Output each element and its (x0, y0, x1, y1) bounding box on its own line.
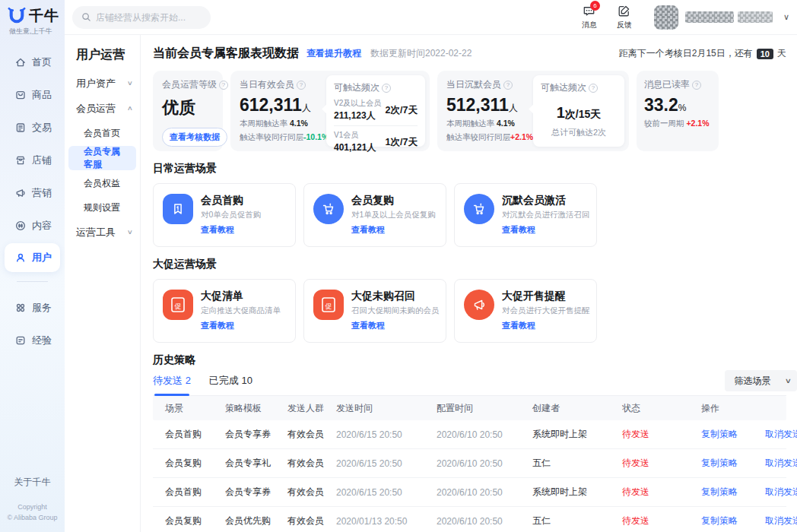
help-icon[interactable] (297, 81, 306, 90)
copy-strategy-link[interactable]: 复制策略 (701, 515, 738, 527)
cancel-send-link[interactable]: 取消发送 (765, 428, 797, 441)
sidebar-item-member-benefits[interactable]: 会员权益 (65, 171, 140, 195)
rail-item-users[interactable]: 用户 (5, 243, 60, 272)
copy-strategy-link[interactable]: 复制策略 (701, 486, 738, 499)
tab-pending[interactable]: 待发送 2 (153, 374, 191, 395)
card-silent-members: 当日沉默会员 512,311人 本周期触达率 4.1% 触达率较同行同层+2.1… (437, 71, 629, 151)
freq-row-v1: V1会员 401,121人 1次/7天 (334, 125, 418, 157)
rail-item-shop[interactable]: 店铺 (0, 144, 65, 176)
rail-item-products[interactable]: 商品 (0, 78, 65, 111)
user-shop-redacted (738, 11, 773, 23)
rail-item-content[interactable]: 内容 (0, 209, 65, 242)
sidebar-item-member-home[interactable]: 会员首页 (65, 121, 140, 145)
cell-scene: 会员首购 (153, 428, 225, 441)
table-header-row: 场景 策略模板 发送人群 发送时间 配置时间 创建者 状态 操作 (153, 396, 786, 420)
search-box[interactable] (72, 6, 211, 29)
app-window: 千牛 做生意,上千牛 首页 商品 交易 店铺 营销 (0, 0, 797, 532)
cell-config-time: 2020/6/10 20:50 (437, 458, 532, 469)
tutorial-link[interactable]: 查看提升教程 (306, 47, 361, 60)
cancel-send-link[interactable]: 取消发送 (765, 515, 797, 527)
operation-level-value: 优质 (162, 97, 214, 119)
sidebar-item-operation-tools[interactable]: 运营工具 ∨ (65, 220, 140, 245)
scene-desc: 对0单会员促首购 (201, 210, 261, 220)
about-link[interactable]: 关于千牛 (0, 476, 65, 489)
messages-button[interactable]: 6 消息 (572, 4, 607, 30)
scene-filter-select[interactable]: 筛选场景 ∨ (725, 370, 797, 391)
bookmark-1-icon (163, 194, 193, 224)
services-grid-icon (14, 302, 27, 314)
home-icon (14, 56, 27, 68)
cell-audience: 有效会员 (287, 515, 336, 527)
primary-sidebar: 千牛 做生意,上千牛 首页 商品 交易 店铺 营销 (0, 0, 65, 532)
status-badge: 待发送 (622, 457, 701, 470)
app-logo[interactable]: 千牛 做生意,上千牛 (0, 6, 65, 36)
view-tutorial-link[interactable]: 查看教程 (502, 224, 590, 236)
scene-card-promo-recall[interactable]: 促 大促未购召回 召回大促期间未购的会员 查看教程 (303, 279, 446, 343)
sidebar-item-label: 运营工具 (76, 226, 116, 239)
view-assessment-data-button[interactable]: 查看考核数据 (162, 128, 227, 147)
cell-template: 会员优先购 (225, 515, 287, 527)
copy-strategy-link[interactable]: 复制策略 (701, 428, 738, 441)
help-icon[interactable] (589, 84, 598, 93)
rail-item-trade[interactable]: 交易 (0, 111, 65, 144)
help-icon[interactable] (219, 81, 228, 90)
read-rate-value: 33.2% (644, 95, 711, 116)
rail-nav: 首页 商品 交易 店铺 营销 内容 (0, 46, 65, 356)
chevron-up-icon: ∧ (127, 105, 133, 112)
copy-strategy-link[interactable]: 复制策略 (701, 457, 738, 470)
scene-card-sale-reminder[interactable]: 大促开售提醒 对会员进行大促开售提醒 查看教程 (454, 279, 597, 343)
table-row: 会员复购 会员专享礼 有效会员 2020/6/15 20:50 2020/6/1… (153, 449, 786, 478)
feedback-button[interactable]: 反馈 (607, 4, 642, 30)
document-icon (14, 334, 27, 347)
silent-frequency-value: 1次/15天 (541, 104, 617, 122)
view-tutorial-link[interactable]: 查看教程 (502, 320, 590, 331)
status-badge: 待发送 (622, 486, 701, 499)
cell-send-time: 2020/6/15 20:50 (336, 458, 437, 469)
rail-item-marketing[interactable]: 营销 (0, 176, 65, 209)
rail-item-label: 营销 (32, 186, 52, 200)
rail-divider (17, 281, 48, 282)
message-badge: 6 (590, 1, 600, 11)
freq-row-v2: V2及以上会员 211,123人 2次/7天 (334, 94, 418, 125)
sidebar-item-label: 用户资产 (76, 77, 116, 90)
view-tutorial-link[interactable]: 查看教程 (351, 320, 440, 331)
help-icon[interactable] (692, 81, 701, 90)
cell-creator: 系统即时上架 (532, 428, 622, 441)
promo-glyph: 促 (325, 302, 332, 310)
scene-card-first-purchase[interactable]: 会员首购 对0单会员促首购 查看教程 (153, 183, 296, 247)
sidebar-item-rule-settings[interactable]: 规则设置 (65, 195, 140, 220)
rail-item-label: 内容 (32, 219, 52, 233)
view-tutorial-link[interactable]: 查看教程 (201, 224, 261, 236)
user-icon (14, 252, 27, 264)
sidebar-item-member-operations[interactable]: 会员运营 ∧ (65, 96, 140, 121)
cancel-send-link[interactable]: 取消发送 (765, 486, 797, 499)
topbar: 6 消息 反馈 ∨ (65, 0, 797, 35)
view-tutorial-link[interactable]: 查看教程 (351, 224, 436, 236)
status-badge: 待发送 (622, 515, 701, 527)
scene-card-silent-activation[interactable]: 沉默会员激活 对沉默会员进行激活召回 查看教程 (454, 183, 597, 247)
search-input[interactable] (96, 12, 202, 23)
view-tutorial-link[interactable]: 查看教程 (201, 320, 281, 331)
rail-item-label: 交易 (32, 121, 52, 135)
data-updated-time: 数据更新时间2022-02-22 (370, 47, 472, 60)
cancel-send-link[interactable]: 取消发送 (765, 457, 797, 470)
scene-card-repurchase[interactable]: 会员复购 对1单及以上会员促复购 查看教程 (303, 183, 446, 247)
rail-item-label: 服务 (32, 301, 52, 315)
rail-item-services[interactable]: 服务 (0, 291, 65, 324)
help-icon[interactable] (382, 84, 391, 93)
tab-completed[interactable]: 已完成 10 (209, 374, 252, 395)
avatar[interactable] (654, 5, 678, 30)
cell-send-time: 2020/6/15 20:50 (336, 487, 437, 498)
order-list-icon (14, 122, 27, 134)
silent-frequency-note: 总计可触达2次 (541, 127, 617, 138)
chevron-down-icon: ∨ (127, 80, 133, 87)
rail-item-home[interactable]: 首页 (0, 46, 65, 78)
rail-item-experience[interactable]: 经验 (0, 324, 65, 356)
sidebar-item-user-assets[interactable]: 用户资产 ∨ (65, 71, 140, 96)
cell-config-time: 2020/6/10 20:50 (437, 429, 532, 440)
sidebar-item-member-exclusive-service[interactable]: 会员专属客服 (68, 146, 136, 170)
scene-card-promo-list[interactable]: 促 大促清单 定向推送大促商品清单 查看教程 (153, 279, 296, 343)
topbar-chevron-icon[interactable]: ∨ (783, 12, 789, 22)
page-title: 当前会员专属客服表现数据 (153, 46, 299, 62)
help-icon[interactable] (503, 81, 513, 90)
